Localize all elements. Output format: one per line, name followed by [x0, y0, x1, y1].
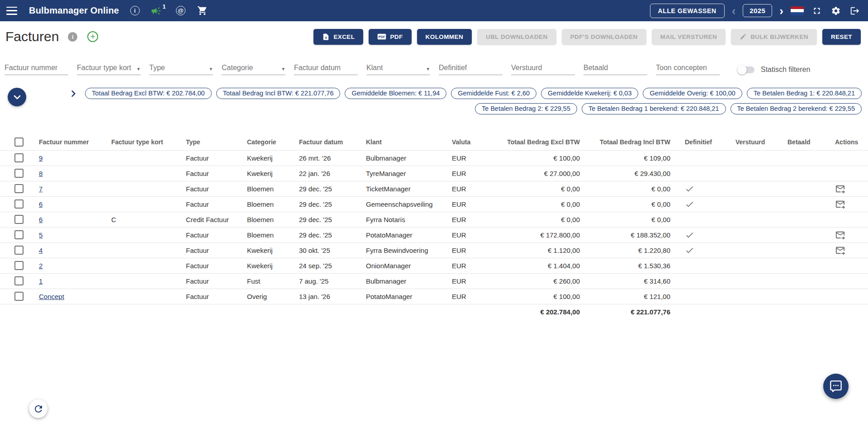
cell-type: Factuur	[179, 227, 240, 242]
cell-valuta: EUR	[445, 196, 497, 212]
cell-valuta: EUR	[445, 258, 497, 273]
table-row: ConceptFactuurOverig13 jan. '26PotatoMan…	[0, 289, 868, 304]
cell-categorie: Kwekerij	[240, 258, 292, 273]
cell-verstuurd	[728, 212, 780, 227]
invoice-number-link[interactable]: 4	[39, 247, 43, 254]
factuur-type-kort-filter[interactable]: Factuur type kort▾	[77, 62, 141, 75]
info-icon[interactable]: i	[129, 5, 141, 17]
invoice-number-link[interactable]: Concept	[39, 293, 64, 300]
previous-year-chevron-icon[interactable]: ‹	[732, 6, 736, 15]
cell-totaal-incl-btw: € 29.430,00	[587, 166, 678, 181]
definitief-filter[interactable]: Definitief	[439, 62, 503, 75]
toon-concepten-filter[interactable]: Toon concepten	[656, 62, 720, 75]
cell-categorie: Bloemen	[240, 196, 292, 212]
invoice-number-link[interactable]: 1	[39, 277, 43, 285]
table-row: 8FactuurKwekerij22 jan. '26TyreManagerEU…	[0, 166, 868, 181]
type-filter[interactable]: Type▾	[149, 62, 213, 75]
cell-factuur-datum: 29 dec. '25	[292, 212, 359, 227]
categorie-filter[interactable]: Categorie▾	[222, 62, 285, 75]
cell-totaal-incl-btw: € 109,00	[587, 150, 678, 166]
fullscreen-icon[interactable]	[811, 5, 823, 17]
cell-categorie: Bloemen	[240, 181, 292, 196]
dutch-flag-icon[interactable]	[791, 6, 804, 15]
invoice-number-link[interactable]: 5	[39, 231, 43, 239]
summary-row1-chip-3: Gemiddelde Bloemen: € 11,94	[345, 88, 446, 99]
page-info-icon[interactable]: i	[68, 32, 77, 42]
cell-factuur-datum: 29 dec. '25	[292, 181, 359, 196]
announcements-icon[interactable]: 1	[151, 5, 166, 16]
svg-text:X: X	[325, 36, 327, 39]
menu-icon[interactable]	[6, 7, 17, 15]
cell-type: Factuur	[179, 166, 240, 181]
mail-versturen-button: MAIL VERSTUREN	[652, 29, 726, 45]
cell-factuur-datum: 24 sep. '25	[292, 258, 359, 273]
row-checkbox[interactable]	[14, 184, 24, 193]
select-all-checkbox[interactable]	[14, 138, 24, 147]
megaphone-icon	[151, 5, 161, 16]
row-checkbox[interactable]	[14, 230, 24, 239]
row-checkbox[interactable]	[14, 199, 24, 209]
cell-definitief	[678, 181, 728, 196]
klant-filter[interactable]: Klant▾	[366, 62, 430, 75]
factuur-nummer-filter[interactable]: Factuur nummer	[5, 62, 68, 75]
invoice-number-link[interactable]: 2	[39, 262, 43, 270]
mentions-icon[interactable]: @	[175, 5, 186, 17]
invoice-number-link[interactable]: 9	[39, 154, 43, 162]
collapse-summary-button[interactable]	[8, 88, 26, 106]
next-year-chevron-icon[interactable]: ›	[779, 6, 783, 15]
pdfs-downloaden-button: PDF'S DOWNLOADEN	[562, 29, 646, 45]
column-header-factuur-type-kort: Factuur type kort	[104, 134, 179, 150]
row-checkbox[interactable]	[14, 153, 24, 162]
year-button[interactable]: 2025	[743, 4, 772, 17]
cell-verstuurd	[728, 242, 780, 258]
row-checkbox[interactable]	[14, 276, 24, 285]
reset-button[interactable]: RESET	[822, 29, 861, 45]
excel-button[interactable]: XEXCEL	[313, 29, 363, 45]
cell-totaal-excl-btw: € 260,00	[497, 273, 587, 289]
column-header-verstuurd: Verstuurd	[728, 134, 780, 150]
cart-icon[interactable]	[196, 5, 208, 17]
cell-klant: OnionManager	[359, 258, 445, 273]
total-incl-btw: € 221.077,76	[587, 304, 678, 319]
send-mail-button[interactable]	[835, 184, 845, 194]
factuur-datum-filter[interactable]: Factuur datum	[294, 62, 358, 75]
column-header-totaal-bedrag-excl-btw: Totaal Bedrag Excl BTW	[497, 134, 587, 150]
cell-totaal-incl-btw: € 314,60	[587, 273, 678, 289]
invoice-number-link[interactable]: 6	[39, 200, 43, 208]
add-invoice-icon[interactable]: +	[87, 31, 98, 42]
settings-gear-icon[interactable]	[830, 5, 842, 17]
table-row: 6CCredit FactuurBloemen29 dec. '25Fyrra …	[0, 212, 868, 227]
cell-klant: TyreManager	[359, 166, 445, 181]
statisch-filteren-toggle[interactable]	[738, 66, 754, 73]
invoice-number-link[interactable]: 6	[39, 216, 43, 223]
row-checkbox[interactable]	[14, 292, 24, 301]
cell-factuur-type-kort	[104, 273, 179, 289]
kolommen-button[interactable]: KOLOMMEN	[417, 29, 472, 45]
row-checkbox[interactable]	[14, 169, 24, 178]
pdf-button[interactable]: PDFPDF	[369, 29, 411, 45]
send-mail-button[interactable]	[835, 245, 845, 256]
chips-expand-chevron-icon[interactable]	[69, 89, 78, 98]
verstuurd-filter[interactable]: Verstuurd	[511, 62, 575, 75]
refresh-button[interactable]	[29, 399, 47, 418]
row-checkbox[interactable]	[14, 215, 24, 224]
cell-totaal-incl-btw: € 121,00	[587, 289, 678, 304]
alle-gewassen-button[interactable]: ALLE GEWASSEN	[650, 4, 725, 18]
chat-button[interactable]	[823, 374, 849, 399]
cell-verstuurd	[728, 196, 780, 212]
invoice-number-link[interactable]: 7	[39, 185, 43, 193]
send-mail-button[interactable]	[835, 230, 845, 240]
row-checkbox[interactable]	[14, 246, 24, 255]
cell-klant: Fyrra Bewindvoering	[359, 242, 445, 258]
invoice-number-link[interactable]: 8	[39, 170, 43, 177]
cell-valuta: EUR	[445, 289, 497, 304]
betaald-filter[interactable]: Betaald	[583, 62, 647, 75]
cell-verstuurd	[728, 166, 780, 181]
summary-row1-chip-1: Totaal Bedrag Excl BTW: € 202.784,00	[85, 88, 212, 99]
row-checkbox[interactable]	[14, 261, 24, 270]
logout-icon[interactable]	[849, 5, 861, 17]
definitief-check-icon	[685, 230, 721, 240]
invoices-table: Factuur nummerFactuur type kortTypeCateg…	[0, 134, 868, 319]
cell-valuta: EUR	[445, 242, 497, 258]
send-mail-button[interactable]	[835, 199, 845, 209]
